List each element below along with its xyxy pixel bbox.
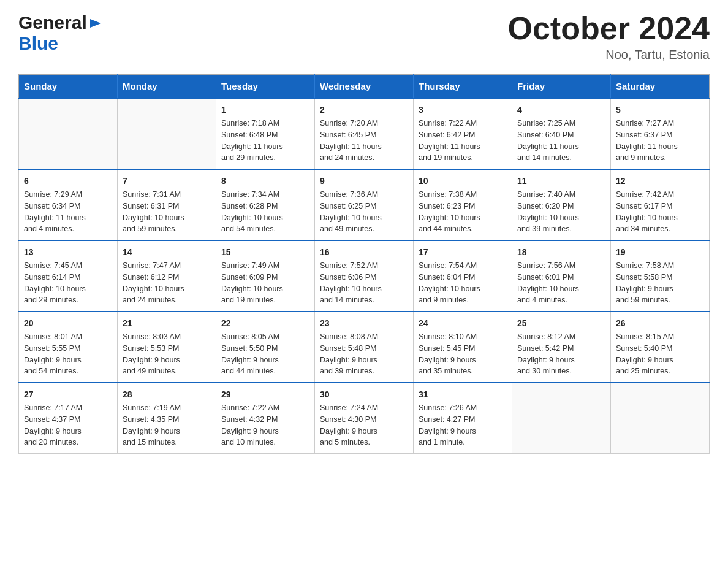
day-info: Sunrise: 7:22 AM Sunset: 6:42 PM Dayligh… <box>419 118 507 164</box>
calendar-cell: 9Sunrise: 7:36 AM Sunset: 6:25 PM Daylig… <box>315 169 414 240</box>
day-info: Sunrise: 7:26 AM Sunset: 4:27 PM Dayligh… <box>419 402 507 448</box>
calendar-cell: 8Sunrise: 7:34 AM Sunset: 6:28 PM Daylig… <box>216 169 315 240</box>
column-header-saturday: Saturday <box>611 75 710 99</box>
day-number: 2 <box>320 104 408 117</box>
calendar-cell: 23Sunrise: 8:08 AM Sunset: 5:48 PM Dayli… <box>315 312 414 383</box>
day-info: Sunrise: 8:08 AM Sunset: 5:48 PM Dayligh… <box>320 331 408 377</box>
week-row-4: 20Sunrise: 8:01 AM Sunset: 5:55 PM Dayli… <box>19 312 710 383</box>
day-info: Sunrise: 8:10 AM Sunset: 5:45 PM Dayligh… <box>419 331 507 377</box>
day-info: Sunrise: 7:18 AM Sunset: 6:48 PM Dayligh… <box>221 118 309 164</box>
day-info: Sunrise: 7:42 AM Sunset: 6:17 PM Dayligh… <box>616 189 704 235</box>
day-number: 23 <box>320 317 408 330</box>
day-number: 31 <box>419 388 507 401</box>
day-info: Sunrise: 7:31 AM Sunset: 6:31 PM Dayligh… <box>123 189 211 235</box>
day-info: Sunrise: 7:27 AM Sunset: 6:37 PM Dayligh… <box>616 118 704 164</box>
week-row-1: 1Sunrise: 7:18 AM Sunset: 6:48 PM Daylig… <box>19 98 710 169</box>
day-number: 27 <box>24 388 112 401</box>
column-header-monday: Monday <box>118 75 216 99</box>
day-number: 21 <box>123 317 211 330</box>
week-row-3: 13Sunrise: 7:45 AM Sunset: 6:14 PM Dayli… <box>19 240 710 312</box>
calendar-cell: 3Sunrise: 7:22 AM Sunset: 6:42 PM Daylig… <box>414 98 512 169</box>
day-info: Sunrise: 8:05 AM Sunset: 5:50 PM Dayligh… <box>221 331 309 377</box>
day-info: Sunrise: 8:12 AM Sunset: 5:42 PM Dayligh… <box>517 331 605 377</box>
day-info: Sunrise: 7:54 AM Sunset: 6:04 PM Dayligh… <box>419 260 507 306</box>
day-info: Sunrise: 7:25 AM Sunset: 6:40 PM Dayligh… <box>517 118 605 164</box>
column-header-thursday: Thursday <box>414 75 512 99</box>
calendar-cell: 5Sunrise: 7:27 AM Sunset: 6:37 PM Daylig… <box>611 98 710 169</box>
day-number: 6 <box>24 175 112 188</box>
calendar-cell <box>19 98 118 169</box>
calendar-cell: 10Sunrise: 7:38 AM Sunset: 6:23 PM Dayli… <box>414 169 512 240</box>
day-info: Sunrise: 7:36 AM Sunset: 6:25 PM Dayligh… <box>320 189 408 235</box>
day-info: Sunrise: 7:38 AM Sunset: 6:23 PM Dayligh… <box>419 189 507 235</box>
location: Noo, Tartu, Estonia <box>508 48 710 62</box>
calendar-cell: 14Sunrise: 7:47 AM Sunset: 6:12 PM Dayli… <box>118 240 216 312</box>
day-info: Sunrise: 7:45 AM Sunset: 6:14 PM Dayligh… <box>24 260 112 306</box>
logo-triangle-icon <box>89 17 102 30</box>
day-info: Sunrise: 7:17 AM Sunset: 4:37 PM Dayligh… <box>24 402 112 448</box>
day-info: Sunrise: 8:15 AM Sunset: 5:40 PM Dayligh… <box>616 331 704 377</box>
day-number: 17 <box>419 246 507 259</box>
day-number: 18 <box>517 246 605 259</box>
calendar-cell: 30Sunrise: 7:24 AM Sunset: 4:30 PM Dayli… <box>315 383 414 454</box>
day-info: Sunrise: 7:20 AM Sunset: 6:45 PM Dayligh… <box>320 118 408 164</box>
day-number: 4 <box>517 104 605 117</box>
day-info: Sunrise: 7:19 AM Sunset: 4:35 PM Dayligh… <box>123 402 211 448</box>
title-block: October 2024 Noo, Tartu, Estonia <box>508 12 710 62</box>
week-row-5: 27Sunrise: 7:17 AM Sunset: 4:37 PM Dayli… <box>19 383 710 454</box>
day-number: 28 <box>123 388 211 401</box>
day-info: Sunrise: 8:03 AM Sunset: 5:53 PM Dayligh… <box>123 331 211 377</box>
calendar-cell: 22Sunrise: 8:05 AM Sunset: 5:50 PM Dayli… <box>216 312 315 383</box>
calendar-cell: 29Sunrise: 7:22 AM Sunset: 4:32 PM Dayli… <box>216 383 315 454</box>
day-number: 14 <box>123 246 211 259</box>
day-number: 9 <box>320 175 408 188</box>
day-number: 5 <box>616 104 704 117</box>
calendar-cell: 16Sunrise: 7:52 AM Sunset: 6:06 PM Dayli… <box>315 240 414 312</box>
day-info: Sunrise: 7:58 AM Sunset: 5:58 PM Dayligh… <box>616 260 704 306</box>
day-number: 7 <box>123 175 211 188</box>
logo: General Blue <box>18 12 102 54</box>
day-number: 13 <box>24 246 112 259</box>
calendar-cell: 25Sunrise: 8:12 AM Sunset: 5:42 PM Dayli… <box>512 312 611 383</box>
day-info: Sunrise: 7:52 AM Sunset: 6:06 PM Dayligh… <box>320 260 408 306</box>
calendar-cell: 31Sunrise: 7:26 AM Sunset: 4:27 PM Dayli… <box>414 383 512 454</box>
calendar-cell: 20Sunrise: 8:01 AM Sunset: 5:55 PM Dayli… <box>19 312 118 383</box>
day-info: Sunrise: 7:29 AM Sunset: 6:34 PM Dayligh… <box>24 189 112 235</box>
day-number: 16 <box>320 246 408 259</box>
calendar-header-row: SundayMondayTuesdayWednesdayThursdayFrid… <box>19 75 710 99</box>
svg-marker-0 <box>90 19 101 28</box>
calendar-cell: 12Sunrise: 7:42 AM Sunset: 6:17 PM Dayli… <box>611 169 710 240</box>
day-number: 19 <box>616 246 704 259</box>
day-number: 29 <box>221 388 309 401</box>
day-info: Sunrise: 7:56 AM Sunset: 6:01 PM Dayligh… <box>517 260 605 306</box>
day-info: Sunrise: 7:47 AM Sunset: 6:12 PM Dayligh… <box>123 260 211 306</box>
day-number: 20 <box>24 317 112 330</box>
day-number: 24 <box>419 317 507 330</box>
calendar-cell: 26Sunrise: 8:15 AM Sunset: 5:40 PM Dayli… <box>611 312 710 383</box>
calendar-cell: 4Sunrise: 7:25 AM Sunset: 6:40 PM Daylig… <box>512 98 611 169</box>
column-header-tuesday: Tuesday <box>216 75 315 99</box>
page-header: General Blue October 2024 Noo, Tartu, Es… <box>18 12 710 62</box>
day-info: Sunrise: 7:24 AM Sunset: 4:30 PM Dayligh… <box>320 402 408 448</box>
logo-general-text: General <box>18 12 87 33</box>
day-number: 30 <box>320 388 408 401</box>
calendar-table: SundayMondayTuesdayWednesdayThursdayFrid… <box>18 74 710 454</box>
day-number: 12 <box>616 175 704 188</box>
week-row-2: 6Sunrise: 7:29 AM Sunset: 6:34 PM Daylig… <box>19 169 710 240</box>
calendar-cell: 19Sunrise: 7:58 AM Sunset: 5:58 PM Dayli… <box>611 240 710 312</box>
day-info: Sunrise: 7:49 AM Sunset: 6:09 PM Dayligh… <box>221 260 309 306</box>
day-number: 26 <box>616 317 704 330</box>
calendar-cell: 24Sunrise: 8:10 AM Sunset: 5:45 PM Dayli… <box>414 312 512 383</box>
day-info: Sunrise: 7:34 AM Sunset: 6:28 PM Dayligh… <box>221 189 309 235</box>
column-header-friday: Friday <box>512 75 611 99</box>
day-info: Sunrise: 8:01 AM Sunset: 5:55 PM Dayligh… <box>24 331 112 377</box>
day-info: Sunrise: 7:22 AM Sunset: 4:32 PM Dayligh… <box>221 402 309 448</box>
day-number: 8 <box>221 175 309 188</box>
calendar-cell: 28Sunrise: 7:19 AM Sunset: 4:35 PM Dayli… <box>118 383 216 454</box>
day-number: 10 <box>419 175 507 188</box>
day-number: 25 <box>517 317 605 330</box>
calendar-cell: 7Sunrise: 7:31 AM Sunset: 6:31 PM Daylig… <box>118 169 216 240</box>
calendar-cell: 6Sunrise: 7:29 AM Sunset: 6:34 PM Daylig… <box>19 169 118 240</box>
calendar-cell: 11Sunrise: 7:40 AM Sunset: 6:20 PM Dayli… <box>512 169 611 240</box>
calendar-cell: 15Sunrise: 7:49 AM Sunset: 6:09 PM Dayli… <box>216 240 315 312</box>
